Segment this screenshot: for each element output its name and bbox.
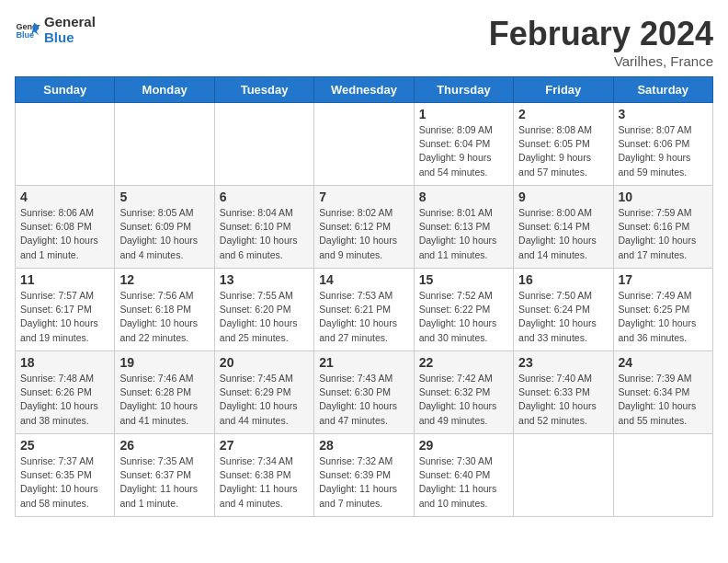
day-info: Sunrise: 8:08 AM Sunset: 6:05 PM Dayligh… [518,123,608,179]
day-number: 20 [220,355,309,370]
day-info: Sunrise: 7:37 AM Sunset: 6:35 PM Dayligh… [20,454,109,511]
day-info: Sunrise: 7:39 AM Sunset: 6:34 PM Dayligh… [619,372,708,428]
day-number: 24 [619,355,708,370]
calendar-week-row: 11Sunrise: 7:57 AM Sunset: 6:17 PM Dayli… [16,269,713,351]
day-info: Sunrise: 7:34 AM Sunset: 6:38 PM Dayligh… [220,454,309,511]
day-info: Sunrise: 7:52 AM Sunset: 6:22 PM Dayligh… [419,289,508,345]
calendar-week-row: 4Sunrise: 8:06 AM Sunset: 6:08 PM Daylig… [16,186,713,269]
calendar-cell: 6Sunrise: 8:04 AM Sunset: 6:10 PM Daylig… [214,186,313,269]
day-info: Sunrise: 7:43 AM Sunset: 6:30 PM Dayligh… [319,372,408,428]
day-number: 11 [20,272,109,287]
day-info: Sunrise: 8:09 AM Sunset: 6:04 PM Dayligh… [419,123,508,179]
day-info: Sunrise: 8:02 AM Sunset: 6:12 PM Dayligh… [319,206,408,262]
weekday-header: Tuesday [214,77,313,103]
calendar-cell: 5Sunrise: 8:05 AM Sunset: 6:09 PM Daylig… [115,186,214,269]
calendar-cell: 8Sunrise: 8:01 AM Sunset: 6:13 PM Daylig… [414,186,513,269]
day-info: Sunrise: 7:49 AM Sunset: 6:25 PM Dayligh… [619,289,708,345]
day-info: Sunrise: 7:59 AM Sunset: 6:16 PM Dayligh… [619,206,708,262]
day-number: 23 [518,355,608,370]
day-number: 15 [419,272,508,287]
day-number: 25 [20,438,109,453]
day-number: 28 [319,438,408,453]
weekday-header: Monday [115,77,214,103]
day-number: 6 [220,190,309,204]
day-info: Sunrise: 7:46 AM Sunset: 6:28 PM Dayligh… [119,372,209,428]
day-info: Sunrise: 7:55 AM Sunset: 6:20 PM Dayligh… [220,289,309,345]
day-number: 21 [319,355,408,370]
calendar-cell: 18Sunrise: 7:48 AM Sunset: 6:26 PM Dayli… [16,351,115,434]
day-info: Sunrise: 7:30 AM Sunset: 6:40 PM Dayligh… [419,454,508,511]
day-number: 19 [119,355,209,370]
title-area: February 2024 Varilhes, France [489,15,713,69]
logo-general: General [44,15,96,30]
day-info: Sunrise: 7:42 AM Sunset: 6:32 PM Dayligh… [419,372,508,428]
day-number: 1 [419,107,508,121]
calendar-cell: 1Sunrise: 8:09 AM Sunset: 6:04 PM Daylig… [414,103,513,186]
calendar-cell: 16Sunrise: 7:50 AM Sunset: 6:24 PM Dayli… [514,269,613,351]
logo-icon: General Blue [15,17,40,43]
calendar-cell: 7Sunrise: 8:02 AM Sunset: 6:12 PM Daylig… [314,186,414,269]
calendar-cell: 10Sunrise: 7:59 AM Sunset: 6:16 PM Dayli… [613,186,712,269]
calendar-cell [16,103,115,186]
day-number: 17 [619,272,708,287]
day-info: Sunrise: 8:05 AM Sunset: 6:09 PM Dayligh… [119,206,209,262]
day-number: 22 [419,355,508,370]
day-number: 7 [319,190,408,204]
day-number: 26 [119,438,209,453]
page-header: General Blue General Blue February 2024 … [15,15,713,69]
location: Varilhes, France [489,53,713,69]
weekday-header: Saturday [613,77,712,103]
calendar-week-row: 25Sunrise: 7:37 AM Sunset: 6:35 PM Dayli… [16,434,713,517]
calendar-cell: 11Sunrise: 7:57 AM Sunset: 6:17 PM Dayli… [16,269,115,351]
day-number: 27 [220,438,309,453]
calendar-header: SundayMondayTuesdayWednesdayThursdayFrid… [16,77,713,103]
weekday-header: Wednesday [314,77,414,103]
svg-text:Blue: Blue [16,30,34,40]
calendar-cell [214,103,313,186]
day-info: Sunrise: 8:00 AM Sunset: 6:14 PM Dayligh… [518,206,608,262]
calendar-body: 1Sunrise: 8:09 AM Sunset: 6:04 PM Daylig… [16,103,713,517]
day-number: 13 [220,272,309,287]
day-number: 18 [20,355,109,370]
day-info: Sunrise: 7:45 AM Sunset: 6:29 PM Dayligh… [220,372,309,428]
calendar-cell [514,434,613,517]
calendar-cell: 15Sunrise: 7:52 AM Sunset: 6:22 PM Dayli… [414,269,513,351]
day-number: 16 [518,272,608,287]
day-number: 14 [319,272,408,287]
calendar-week-row: 1Sunrise: 8:09 AM Sunset: 6:04 PM Daylig… [16,103,713,186]
day-info: Sunrise: 8:07 AM Sunset: 6:06 PM Dayligh… [619,123,708,179]
calendar-cell: 27Sunrise: 7:34 AM Sunset: 6:38 PM Dayli… [214,434,313,517]
day-info: Sunrise: 7:48 AM Sunset: 6:26 PM Dayligh… [20,372,109,428]
weekday-header: Thursday [414,77,513,103]
calendar-cell: 17Sunrise: 7:49 AM Sunset: 6:25 PM Dayli… [613,269,712,351]
calendar-cell: 3Sunrise: 8:07 AM Sunset: 6:06 PM Daylig… [613,103,712,186]
weekday-header: Sunday [16,77,115,103]
calendar-cell: 23Sunrise: 7:40 AM Sunset: 6:33 PM Dayli… [514,351,613,434]
calendar-cell: 21Sunrise: 7:43 AM Sunset: 6:30 PM Dayli… [314,351,414,434]
day-info: Sunrise: 8:06 AM Sunset: 6:08 PM Dayligh… [20,206,109,262]
logo-blue: Blue [44,30,96,46]
day-info: Sunrise: 7:35 AM Sunset: 6:37 PM Dayligh… [119,454,209,511]
calendar-cell: 2Sunrise: 8:08 AM Sunset: 6:05 PM Daylig… [514,103,613,186]
day-info: Sunrise: 7:56 AM Sunset: 6:18 PM Dayligh… [119,289,209,345]
day-info: Sunrise: 8:01 AM Sunset: 6:13 PM Dayligh… [419,206,508,262]
day-info: Sunrise: 7:53 AM Sunset: 6:21 PM Dayligh… [319,289,408,345]
day-number: 12 [119,272,209,287]
day-number: 5 [119,190,209,204]
day-info: Sunrise: 8:04 AM Sunset: 6:10 PM Dayligh… [220,206,309,262]
calendar-cell [613,434,712,517]
logo: General Blue General Blue [15,15,96,45]
calendar-cell [314,103,414,186]
month-title: February 2024 [489,15,713,53]
calendar-cell [115,103,214,186]
day-number: 4 [20,190,109,204]
calendar-cell: 22Sunrise: 7:42 AM Sunset: 6:32 PM Dayli… [414,351,513,434]
day-number: 9 [518,190,608,204]
day-number: 3 [619,107,708,121]
calendar-cell: 24Sunrise: 7:39 AM Sunset: 6:34 PM Dayli… [613,351,712,434]
day-info: Sunrise: 7:32 AM Sunset: 6:39 PM Dayligh… [319,454,408,511]
calendar-cell: 29Sunrise: 7:30 AM Sunset: 6:40 PM Dayli… [414,434,513,517]
calendar-cell: 9Sunrise: 8:00 AM Sunset: 6:14 PM Daylig… [514,186,613,269]
calendar-cell: 12Sunrise: 7:56 AM Sunset: 6:18 PM Dayli… [115,269,214,351]
weekday-header: Friday [514,77,613,103]
